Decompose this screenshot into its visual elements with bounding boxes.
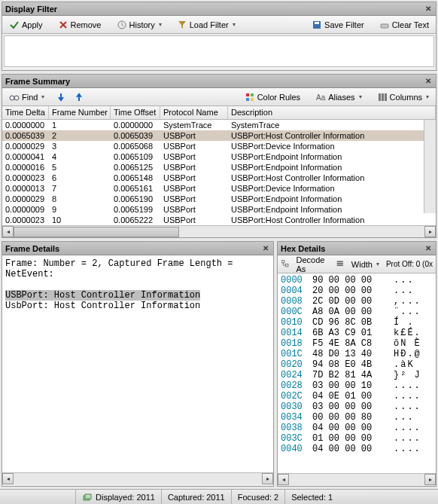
hex-row[interactable]: 0040 04 00 00 00 .... <box>281 444 433 454</box>
svg-rect-7 <box>251 93 254 96</box>
close-icon[interactable]: ✕ <box>424 2 433 16</box>
scroll-right-icon[interactable]: ▸ <box>262 473 273 484</box>
table-row[interactable]: 0.000001650.0065125USBPortUSBPort:Endpoi… <box>2 162 436 173</box>
hex-row[interactable]: 0014 6B A3 C9 01 k£É. <box>281 328 433 338</box>
clear-text-button[interactable]: Clear Text <box>376 18 433 32</box>
hex-body[interactable]: 0000 90 00 00 00 ...0004 20 00 00 00 ...… <box>278 273 436 473</box>
chevron-down-icon: ▾ <box>159 21 162 28</box>
hex-row[interactable]: 003C 01 00 00 00 .... <box>281 433 433 444</box>
scroll-left-icon[interactable]: ◂ <box>2 226 14 237</box>
vertical-scrollbar[interactable] <box>424 120 436 213</box>
columns-button[interactable]: Columns ▾ <box>373 90 433 104</box>
horizontal-scrollbar[interactable]: ◂ ▸ <box>2 472 273 484</box>
load-filter-label: Load Filter <box>190 20 229 29</box>
arrow-up-icon[interactable] <box>74 92 84 102</box>
details-line-selected[interactable]: USBPort: Host Controller Information <box>5 290 200 301</box>
svg-rect-2 <box>315 22 319 24</box>
close-icon[interactable]: ✕ <box>424 75 433 88</box>
table-row[interactable]: 0.000001370.0065161USBPortUSBPort:Device… <box>2 183 436 194</box>
hex-row[interactable]: 0028 03 00 00 10 .... <box>281 380 433 391</box>
hex-row[interactable]: 002C 04 0E 01 00 .... <box>281 391 433 402</box>
col-description[interactable]: Description <box>228 106 436 119</box>
aliases-button[interactable]: Aa Aliases ▾ <box>312 90 365 104</box>
decode-as-label: Decode As <box>297 255 330 273</box>
svg-rect-6 <box>246 93 249 96</box>
svg-point-5 <box>14 96 19 100</box>
chevron-down-icon: ▾ <box>233 21 236 28</box>
status-bar: Displayed: 2011 Captured: 2011 Focused: … <box>0 489 438 504</box>
load-filter-button[interactable]: Load Filter ▾ <box>173 18 239 32</box>
col-protocol-name[interactable]: Protocol Name <box>160 106 228 119</box>
x-icon <box>58 20 68 30</box>
scroll-right-icon[interactable]: ▸ <box>424 226 436 237</box>
table-row[interactable]: 0.000000010.0000000SystemTraceSystemTrac… <box>2 120 436 130</box>
col-time-offset[interactable]: Time Offset <box>111 106 160 119</box>
horizontal-scrollbar[interactable]: ◂ ▸ <box>278 473 436 485</box>
table-row[interactable]: 0.000002360.0065148USBPortUSBPort:Host C… <box>2 173 436 183</box>
hex-row[interactable]: 0004 20 00 00 00 ... <box>281 286 433 296</box>
scroll-left-icon[interactable]: ◂ <box>2 473 14 484</box>
details-line: NetEvent: <box>5 269 54 279</box>
find-button[interactable]: Find ▾ <box>5 90 48 104</box>
find-label: Find <box>22 93 38 102</box>
svg-rect-13 <box>385 93 387 101</box>
table-row[interactable]: 0.006503920.0065039USBPortUSBPort:Host C… <box>2 130 436 141</box>
table-row[interactable]: 0.000002930.0065068USBPortUSBPort:Device… <box>2 141 436 151</box>
table-row[interactable]: 0.0000023100.0065222USBPortUSBPort:Host … <box>2 215 436 225</box>
svg-rect-9 <box>251 98 254 101</box>
columns-label: Columns <box>390 93 422 102</box>
remove-button[interactable]: Remove <box>54 18 105 32</box>
color-rules-button[interactable]: Color Rules <box>241 90 304 104</box>
chevron-down-icon: ▾ <box>359 93 362 100</box>
history-button[interactable]: History ▾ <box>113 18 166 32</box>
hex-row[interactable]: 0008 2C 0D 00 00 ,... <box>281 296 433 307</box>
horizontal-scrollbar[interactable]: ◂ ▸ <box>2 225 436 237</box>
filter-title: Display Filter <box>5 2 57 16</box>
arrow-down-icon[interactable] <box>56 92 66 102</box>
apply-button[interactable]: Apply <box>5 18 47 32</box>
width-button[interactable]: Width ▾ <box>348 258 383 270</box>
table-row[interactable]: 0.000002980.0065190USBPortUSBPort:Endpoi… <box>2 194 436 204</box>
clear-text-label: Clear Text <box>392 20 429 29</box>
hex-row[interactable]: 001C 48 D0 13 40 HÐ.@ <box>281 349 433 359</box>
save-filter-button[interactable]: Save Filter <box>308 18 368 32</box>
svg-rect-8 <box>246 98 249 101</box>
hex-row[interactable]: 0024 7D B2 81 4A }² J <box>281 370 433 380</box>
details-line: Frame: Number = 2, Captured Frame Length… <box>5 258 233 269</box>
svg-text:Aa: Aa <box>316 93 326 102</box>
hex-title: Hex Details <box>281 242 325 255</box>
width-label: Width <box>351 260 373 269</box>
scroll-left-icon[interactable]: ◂ <box>278 474 289 485</box>
hex-row[interactable]: 0030 03 00 00 00 .... <box>281 402 433 412</box>
filter-textarea[interactable] <box>4 35 434 67</box>
table-row[interactable]: 0.000000990.0065199USBPortUSBPort:Endpoi… <box>2 204 436 215</box>
status-selected: Selected: 1 <box>291 493 333 502</box>
decode-as-button[interactable]: Decode As <box>293 255 333 273</box>
hex-row[interactable]: 0020 94 08 E0 4B .àK <box>281 359 433 370</box>
svg-rect-18 <box>337 264 343 266</box>
scroll-right-icon[interactable]: ▸ <box>424 474 436 485</box>
hex-row[interactable]: 0034 00 00 00 80 ... <box>281 412 433 423</box>
close-icon[interactable]: ✕ <box>261 242 270 255</box>
svg-rect-16 <box>337 261 343 262</box>
hex-row[interactable]: 0010 CD 96 8C 0B Í . <box>281 317 433 328</box>
tree-icon[interactable] <box>281 259 290 270</box>
frame-details-body[interactable]: Frame: Number = 2, Captured Frame Length… <box>2 255 273 472</box>
close-icon[interactable]: ✕ <box>424 242 433 255</box>
col-frame-number[interactable]: Frame Number <box>49 106 111 119</box>
check-icon <box>9 20 20 30</box>
svg-rect-14 <box>282 260 284 262</box>
aliases-label: Aliases <box>328 93 354 102</box>
hex-row[interactable]: 0018 F5 4E 8A C8 õN È <box>281 338 433 349</box>
status-captured: Captured: 2011 <box>168 493 225 502</box>
col-time-delta[interactable]: Time Delta <box>2 106 49 119</box>
columns-icon <box>377 92 388 102</box>
hex-row[interactable]: 0000 90 00 00 00 ... <box>281 275 433 286</box>
hex-row[interactable]: 000C A8 0A 00 00 ¨... <box>281 307 433 317</box>
details-title: Frame Details <box>5 242 59 255</box>
table-row[interactable]: 0.000004140.0065109USBPortUSBPort:Endpoi… <box>2 151 436 162</box>
svg-point-4 <box>10 96 14 100</box>
svg-rect-17 <box>337 262 343 264</box>
hex-row[interactable]: 0038 04 00 00 00 .... <box>281 423 433 433</box>
svg-rect-3 <box>381 24 388 28</box>
